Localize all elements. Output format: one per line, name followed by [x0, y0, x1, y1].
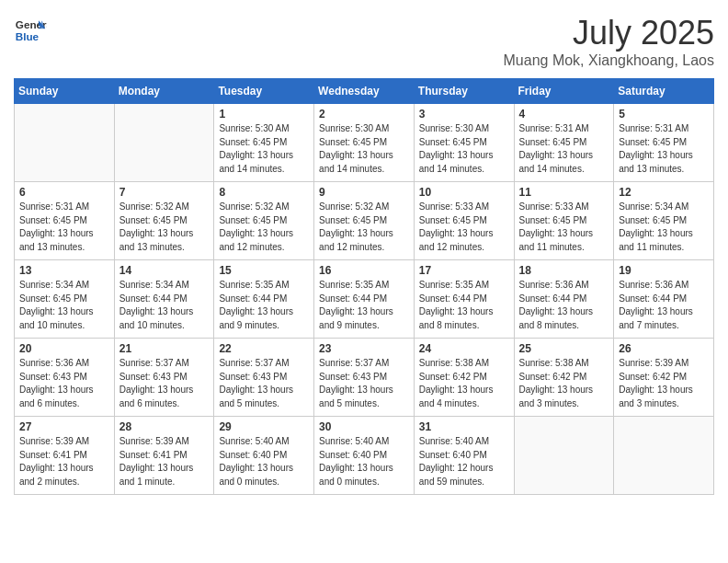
day-number: 25 — [519, 342, 609, 355]
location-title: Muang Mok, Xiangkhoang, Laos — [504, 52, 714, 69]
day-number: 10 — [419, 186, 509, 199]
calendar-cell: 2Sunrise: 5:30 AM Sunset: 6:45 PM Daylig… — [314, 104, 415, 182]
calendar-cell: 13Sunrise: 5:34 AM Sunset: 6:45 PM Dayli… — [15, 260, 115, 339]
day-info: Sunrise: 5:38 AM Sunset: 6:42 PM Dayligh… — [519, 357, 609, 410]
day-number: 13 — [19, 264, 109, 277]
calendar-table: SundayMondayTuesdayWednesdayThursdayFrid… — [14, 78, 714, 495]
page-header: General Blue July 2025 Muang Mok, Xiangk… — [14, 14, 714, 69]
calendar-cell: 15Sunrise: 5:35 AM Sunset: 6:44 PM Dayli… — [214, 260, 314, 339]
calendar-cell: 16Sunrise: 5:35 AM Sunset: 6:44 PM Dayli… — [314, 260, 415, 339]
day-number: 24 — [419, 342, 509, 355]
calendar-cell: 1Sunrise: 5:30 AM Sunset: 6:45 PM Daylig… — [214, 104, 314, 182]
day-info: Sunrise: 5:33 AM Sunset: 6:45 PM Dayligh… — [519, 201, 609, 254]
day-info: Sunrise: 5:31 AM Sunset: 6:45 PM Dayligh… — [19, 201, 109, 254]
day-number: 20 — [19, 342, 109, 355]
day-info: Sunrise: 5:33 AM Sunset: 6:45 PM Dayligh… — [419, 201, 509, 254]
day-number: 12 — [619, 186, 709, 199]
logo-icon: General Blue — [14, 14, 47, 47]
calendar-cell: 9Sunrise: 5:32 AM Sunset: 6:45 PM Daylig… — [314, 182, 415, 260]
day-info: Sunrise: 5:35 AM Sunset: 6:44 PM Dayligh… — [419, 279, 509, 332]
day-number: 14 — [119, 264, 210, 277]
day-info: Sunrise: 5:38 AM Sunset: 6:42 PM Dayligh… — [419, 357, 509, 410]
calendar-cell: 26Sunrise: 5:39 AM Sunset: 6:42 PM Dayli… — [614, 339, 714, 417]
day-number: 5 — [619, 108, 709, 121]
calendar-cell: 25Sunrise: 5:38 AM Sunset: 6:42 PM Dayli… — [514, 339, 614, 417]
day-info: Sunrise: 5:40 AM Sunset: 6:40 PM Dayligh… — [419, 435, 509, 488]
weekday-header: Sunday — [15, 79, 115, 104]
day-info: Sunrise: 5:37 AM Sunset: 6:43 PM Dayligh… — [319, 357, 409, 410]
calendar-cell: 23Sunrise: 5:37 AM Sunset: 6:43 PM Dayli… — [314, 339, 415, 417]
day-number: 6 — [19, 186, 109, 199]
calendar-cell: 12Sunrise: 5:34 AM Sunset: 6:45 PM Dayli… — [614, 182, 714, 260]
calendar-cell: 6Sunrise: 5:31 AM Sunset: 6:45 PM Daylig… — [15, 182, 115, 260]
calendar-cell — [15, 104, 115, 182]
day-number: 28 — [119, 420, 210, 433]
calendar-week-row: 20Sunrise: 5:36 AM Sunset: 6:43 PM Dayli… — [15, 339, 714, 417]
day-info: Sunrise: 5:36 AM Sunset: 6:43 PM Dayligh… — [19, 357, 109, 410]
day-info: Sunrise: 5:32 AM Sunset: 6:45 PM Dayligh… — [119, 201, 210, 254]
calendar-cell: 30Sunrise: 5:40 AM Sunset: 6:40 PM Dayli… — [314, 417, 415, 495]
day-info: Sunrise: 5:39 AM Sunset: 6:41 PM Dayligh… — [19, 435, 109, 488]
calendar-cell: 21Sunrise: 5:37 AM Sunset: 6:43 PM Dayli… — [114, 339, 214, 417]
day-info: Sunrise: 5:32 AM Sunset: 6:45 PM Dayligh… — [219, 201, 309, 254]
day-info: Sunrise: 5:32 AM Sunset: 6:45 PM Dayligh… — [319, 201, 409, 254]
day-number: 22 — [219, 342, 309, 355]
day-number: 8 — [219, 186, 309, 199]
calendar-cell: 22Sunrise: 5:37 AM Sunset: 6:43 PM Dayli… — [214, 339, 314, 417]
day-info: Sunrise: 5:35 AM Sunset: 6:44 PM Dayligh… — [319, 279, 409, 332]
day-number: 15 — [219, 264, 309, 277]
day-number: 18 — [519, 264, 609, 277]
calendar-cell — [114, 104, 214, 182]
calendar-week-row: 6Sunrise: 5:31 AM Sunset: 6:45 PM Daylig… — [15, 182, 714, 260]
day-number: 27 — [19, 420, 109, 433]
day-number: 30 — [319, 420, 409, 433]
day-info: Sunrise: 5:34 AM Sunset: 6:45 PM Dayligh… — [619, 201, 709, 254]
weekday-header: Tuesday — [214, 79, 314, 104]
day-info: Sunrise: 5:39 AM Sunset: 6:42 PM Dayligh… — [619, 357, 709, 410]
day-info: Sunrise: 5:34 AM Sunset: 6:45 PM Dayligh… — [19, 279, 109, 332]
calendar-cell: 11Sunrise: 5:33 AM Sunset: 6:45 PM Dayli… — [514, 182, 614, 260]
calendar-cell: 7Sunrise: 5:32 AM Sunset: 6:45 PM Daylig… — [114, 182, 214, 260]
day-number: 3 — [419, 108, 509, 121]
calendar-cell: 14Sunrise: 5:34 AM Sunset: 6:44 PM Dayli… — [114, 260, 214, 339]
calendar-cell — [514, 417, 614, 495]
day-number: 9 — [319, 186, 409, 199]
day-info: Sunrise: 5:34 AM Sunset: 6:44 PM Dayligh… — [119, 279, 210, 332]
day-info: Sunrise: 5:35 AM Sunset: 6:44 PM Dayligh… — [219, 279, 309, 332]
calendar-cell: 4Sunrise: 5:31 AM Sunset: 6:45 PM Daylig… — [514, 104, 614, 182]
weekday-header: Thursday — [414, 79, 514, 104]
calendar-cell: 28Sunrise: 5:39 AM Sunset: 6:41 PM Dayli… — [114, 417, 214, 495]
weekday-header: Wednesday — [314, 79, 415, 104]
weekday-header: Saturday — [614, 79, 714, 104]
calendar-week-row: 13Sunrise: 5:34 AM Sunset: 6:45 PM Dayli… — [15, 260, 714, 339]
day-info: Sunrise: 5:40 AM Sunset: 6:40 PM Dayligh… — [219, 435, 309, 488]
day-number: 26 — [619, 342, 709, 355]
day-number: 4 — [519, 108, 609, 121]
calendar-cell: 5Sunrise: 5:31 AM Sunset: 6:45 PM Daylig… — [614, 104, 714, 182]
weekday-header: Monday — [114, 79, 214, 104]
day-number: 29 — [219, 420, 309, 433]
calendar-cell: 3Sunrise: 5:30 AM Sunset: 6:45 PM Daylig… — [414, 104, 514, 182]
day-info: Sunrise: 5:30 AM Sunset: 6:45 PM Dayligh… — [219, 122, 309, 176]
day-number: 21 — [119, 342, 210, 355]
day-info: Sunrise: 5:40 AM Sunset: 6:40 PM Dayligh… — [319, 435, 409, 488]
day-number: 7 — [119, 186, 210, 199]
day-info: Sunrise: 5:30 AM Sunset: 6:45 PM Dayligh… — [419, 122, 509, 176]
calendar-week-row: 1Sunrise: 5:30 AM Sunset: 6:45 PM Daylig… — [15, 104, 714, 182]
calendar-cell — [614, 417, 714, 495]
weekday-header-row: SundayMondayTuesdayWednesdayThursdayFrid… — [15, 79, 714, 104]
calendar-cell: 24Sunrise: 5:38 AM Sunset: 6:42 PM Dayli… — [414, 339, 514, 417]
day-number: 16 — [319, 264, 409, 277]
logo: General Blue — [14, 14, 47, 47]
day-number: 11 — [519, 186, 609, 199]
calendar-cell: 20Sunrise: 5:36 AM Sunset: 6:43 PM Dayli… — [15, 339, 115, 417]
calendar-cell: 31Sunrise: 5:40 AM Sunset: 6:40 PM Dayli… — [414, 417, 514, 495]
day-info: Sunrise: 5:37 AM Sunset: 6:43 PM Dayligh… — [219, 357, 309, 410]
calendar-cell: 8Sunrise: 5:32 AM Sunset: 6:45 PM Daylig… — [214, 182, 314, 260]
calendar-cell: 27Sunrise: 5:39 AM Sunset: 6:41 PM Dayli… — [15, 417, 115, 495]
day-info: Sunrise: 5:39 AM Sunset: 6:41 PM Dayligh… — [119, 435, 210, 488]
day-number: 1 — [219, 108, 309, 121]
day-info: Sunrise: 5:36 AM Sunset: 6:44 PM Dayligh… — [519, 279, 609, 332]
day-info: Sunrise: 5:37 AM Sunset: 6:43 PM Dayligh… — [119, 357, 210, 410]
day-info: Sunrise: 5:36 AM Sunset: 6:44 PM Dayligh… — [619, 279, 709, 332]
